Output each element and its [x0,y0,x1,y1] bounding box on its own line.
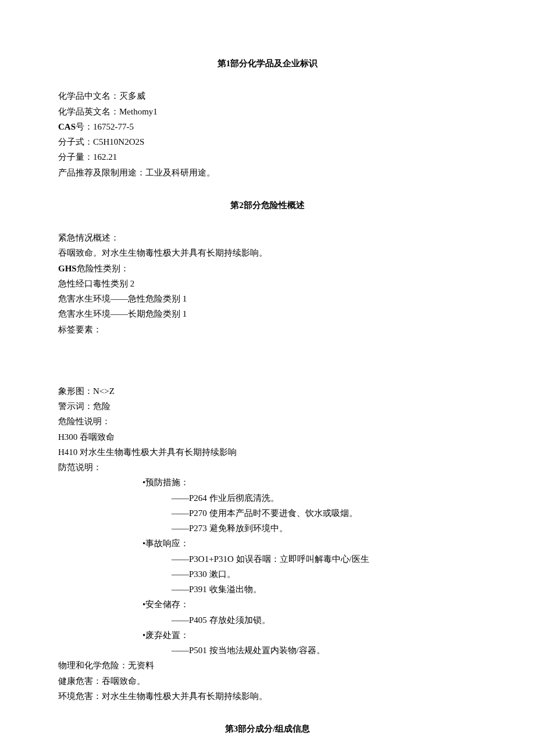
sec1-prefix: 第 [217,59,226,68]
signal-label: 警示词： [58,402,93,411]
p273: ——P273 避免释放到环境中。 [58,521,477,536]
env-value: 对水生生物毒性极大并具有长期持续影响。 [102,691,268,701]
p264: ——P264 作业后彻底清洗。 [58,490,477,506]
disposal-header: •废弃处置： [58,628,477,643]
p501: ——P501 按当地法规处置内装物/容器。 [58,643,477,658]
environment-hazard: 环境危害：对水生生物毒性极大并具有长期持续影响。 [58,689,477,704]
p391: ——P391 收集溢出物。 [58,582,477,597]
cas-label-post: 号： [76,122,93,131]
ghs-category-label: GHS危险性类别： [58,261,477,276]
prevent-header: •预防措施： [58,475,477,490]
chemical-name-zh: 化学品中文名：灭多威 [58,88,477,103]
name-zh-label: 化学品中文名： [58,91,119,101]
ghs-label-post: 危险性类别： [77,264,129,273]
sec2-num: 2 [239,200,244,210]
sec2-prefix: 第 [230,200,239,210]
p330: ——P330 漱口。 [58,567,477,582]
usage-value: 工业及科研用途。 [145,168,215,177]
sec1-suffix: 部分化学品及企业标识 [230,59,318,68]
cas-value: 16752-77-5 [93,122,134,131]
sec3-prefix: 第 [225,724,234,733]
name-zh-value: 灭多威 [119,91,145,101]
pictogram-value: N<>Z [93,386,115,396]
signal-word: 警示词：危险 [58,399,477,414]
phys-label: 物理和化学危险： [58,661,128,670]
ghs-cat-3: 危害水生环境——长期危险类别 1 [58,306,477,321]
h300: H300 吞咽致命 [58,429,477,445]
ghs-label-pre: GHS [58,264,77,273]
pictogram-label: 象形图： [58,386,93,396]
chemical-name-en: 化学品英文名：Methomy1 [58,104,477,119]
precaution-label: 防范说明： [58,460,477,475]
response-header: •事故响应： [58,536,477,551]
p270: ——P270 使用本产品时不要进食、饮水或吸烟。 [58,506,477,521]
phys-value: 无资料 [128,661,154,670]
formula-value: C5H10N2O2S [93,137,144,146]
cas-number: CAS号：16752-77-5 [58,119,477,134]
section-1-title: 第1部分化学品及企业标识 [58,56,477,71]
section-2-title: 第2部分危险性概述 [58,198,477,213]
emergency-text: 吞咽致命。对水生生物毒性极大并具有长期持续影响。 [58,245,477,260]
pictogram-gap [58,337,477,384]
signal-value: 危险 [93,402,110,411]
ghs-cat-2: 危害水生环境——急性危险类别 1 [58,291,477,306]
sec2-suffix: 部分危险性概述 [244,200,305,210]
cas-label-pre: CAS [58,122,76,131]
physical-hazard: 物理和化学危险：无资料 [58,658,477,673]
molecular-weight: 分子量：162.21 [58,149,477,164]
health-hazard: 健康危害：吞咽致命。 [58,673,477,689]
hazard-statement-label: 危险性说明： [58,414,477,429]
pictogram: 象形图：N<>Z [58,384,477,399]
label-elements: 标签要素： [58,322,477,337]
mw-value: 162.21 [93,152,117,162]
p301: ——P3O1+P31O 如误吞咽：立即呼叫解毒中心/医生 [58,551,477,567]
name-en-label: 化学品英文名： [58,107,119,116]
name-en-value: Methomy1 [119,107,158,116]
formula-label: 分子式： [58,137,93,146]
usage-label: 产品推荐及限制用途： [58,168,145,177]
section-3-title: 第3部分成分/组成信息 [58,721,477,736]
p405: ——P405 存放处须加锁。 [58,612,477,628]
emergency-label: 紧急情况概述： [58,230,477,245]
mw-label: 分子量： [58,152,93,162]
health-label: 健康危害： [58,676,102,686]
env-label: 环境危害： [58,691,102,701]
usage: 产品推荐及限制用途：工业及科研用途。 [58,165,477,180]
sec3-suffix: 部分成分/组成信息 [238,724,310,733]
molecular-formula: 分子式：C5H10N2O2S [58,134,477,149]
storage-header: •安全储存： [58,597,477,612]
health-value: 吞咽致命。 [102,676,145,686]
ghs-cat-1: 急性经口毒性类别 2 [58,276,477,291]
h410: H410 对水生生物毒性极大并具有长期持续影响 [58,445,477,460]
